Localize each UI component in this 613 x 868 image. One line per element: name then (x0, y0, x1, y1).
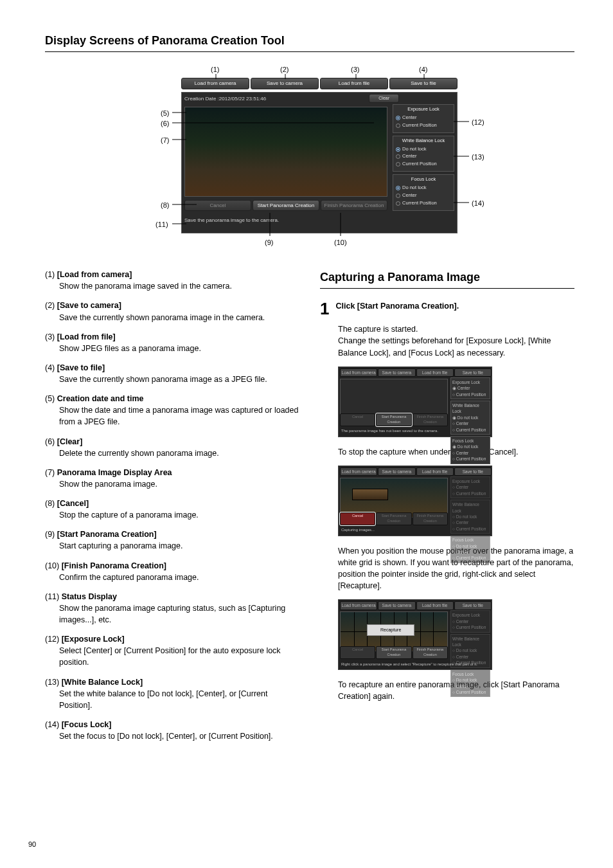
focus-current-radio[interactable] (396, 201, 400, 206)
item-body: Show the panorama image. (45, 478, 299, 490)
mini-save-file: Save to file (454, 368, 492, 377)
item-head: (4) [Save to file] (45, 362, 299, 374)
item-head: (12) [Exposure Lock] (45, 633, 299, 645)
load-from-file-button[interactable]: Load from file (320, 78, 388, 89)
item-head: (7) Panorama Image Display Area (45, 467, 299, 478)
item-body: Save the currently shown panorama image … (45, 312, 299, 323)
wb-current-radio[interactable] (396, 162, 400, 167)
description-item: (5) Creation date and timeShow the date … (45, 393, 299, 428)
cancel-button[interactable]: Cancel (184, 200, 251, 212)
mini-load-camera: Load from camera (340, 368, 377, 377)
item-head: (13) [White Balance Lock] (45, 676, 299, 688)
item-body: Show the panorama image saved in the cam… (45, 280, 299, 292)
panorama-tool-window: Creation Date :2012/05/22 23:51:46 Clear… (181, 92, 458, 233)
opt-label: Current Position (402, 161, 437, 168)
description-item: (14) [Focus Lock]Set the focus to [Do no… (45, 719, 299, 742)
exposure-current-radio[interactable] (396, 123, 400, 128)
item-body: Show the date and time a panorama image … (45, 404, 299, 428)
description-item: (1) [Load from camera]Show the panorama … (45, 269, 299, 292)
item-head: (1) [Load from camera] (45, 269, 299, 280)
item-body: Select [Center] or [Current Position] fo… (45, 645, 299, 668)
item-body: Set the white balance to [Do not lock], … (45, 688, 299, 711)
opt-label: Do not lock (402, 146, 427, 153)
opt-label: Current Position (402, 200, 437, 207)
section-heading: Display Screens of Panorama Creation Too… (45, 32, 574, 52)
callout-6: (6) (161, 119, 169, 129)
item-body: Stop the capture of a panorama image. (45, 509, 299, 521)
description-item: (9) [Start Panorama Creation]Start captu… (45, 529, 299, 552)
description-item: (13) [White Balance Lock]Set the white b… (45, 676, 299, 711)
callout-3: (3) (351, 65, 359, 75)
exposure-lock-heading: Exposure Lock (396, 106, 451, 113)
item-head: (5) Creation date and time (45, 393, 299, 404)
exposure-center-radio[interactable] (396, 116, 400, 120)
save-to-camera-button[interactable]: Save to camera (251, 78, 319, 89)
callout-5: (5) (161, 109, 169, 119)
description-item: (12) [Exposure Lock]Select [Center] or [… (45, 633, 299, 668)
capturing-heading: Capturing a Panorama Image (320, 269, 574, 289)
description-item: (4) [Save to file]Save the currently sho… (45, 362, 299, 385)
wb-center-radio[interactable] (396, 154, 400, 159)
creation-date-label: Creation Date :2012/05/22 23:51:46 (184, 95, 266, 103)
save-to-file-button[interactable]: Save to file (389, 78, 458, 89)
callout-2: (2) (280, 65, 289, 75)
opt-label: Do not lock (402, 185, 427, 192)
item-body: Save the currently shown panorama image … (45, 374, 299, 385)
opt-label: Center (402, 114, 417, 122)
focus-lock-heading: Focus Lock (396, 176, 451, 183)
start-panorama-button[interactable]: Start Panorama Creation (253, 200, 319, 212)
white-balance-lock-group: White Balance Lock Do not lock Center Cu… (393, 136, 454, 172)
description-item: (2) [Save to camera]Save the currently s… (45, 300, 299, 323)
item-head: (9) [Start Panorama Creation] (45, 529, 299, 540)
item-body: Set the focus to [Do not lock], [Center]… (45, 730, 299, 742)
item-body: Start capturing a panorama image. (45, 540, 299, 552)
item-body: Confirm the captured panorama image. (45, 572, 299, 583)
panorama-image-display (184, 107, 387, 197)
load-from-camera-button[interactable]: Load from camera (181, 78, 249, 89)
callout-1: (1) (211, 65, 219, 75)
wb-nolock-radio[interactable] (396, 147, 400, 152)
callout-10: (10) (334, 238, 347, 248)
focus-center-radio[interactable] (396, 194, 400, 198)
main-diagram: Load from camera Save to camera Load fro… (45, 68, 574, 251)
clear-button[interactable]: Clear (369, 94, 399, 103)
callout-8: (8) (161, 201, 169, 211)
right-column: Capturing a Panorama Image 1 Click [Star… (320, 269, 574, 710)
mini-save-camera: Save to camera (378, 368, 415, 377)
item-head: (8) [Cancel] (45, 498, 299, 509)
description-item: (7) Panorama Image Display AreaShow the … (45, 467, 299, 490)
focus-nolock-radio[interactable] (396, 186, 400, 190)
opt-label: Center (402, 192, 417, 199)
item-head: (3) [Load from file] (45, 331, 299, 343)
description-item: (8) [Cancel]Stop the capture of a panora… (45, 498, 299, 521)
description-item: (6) [Clear]Delete the currently shown pa… (45, 436, 299, 459)
left-column: (1) [Load from camera]Show the panorama … (45, 269, 299, 750)
callout-11: (11) (155, 220, 168, 230)
item-head: (2) [Save to camera] (45, 300, 299, 311)
description-item: (10) [Finish Panorama Creation]Confirm t… (45, 560, 299, 583)
callout-12: (12) (472, 118, 484, 128)
description-item: (11) Status DisplayShow the panorama ima… (45, 591, 299, 626)
exposure-lock-group: Exposure Lock Center Current Position (393, 104, 454, 133)
step-text: Click [Start Panorama Creation]. (335, 300, 574, 312)
item-body: Delete the currently shown panorama imag… (45, 448, 299, 459)
mini-screenshot-1: Load from camera Save to camera Load fro… (338, 366, 492, 437)
callout-4: (4) (419, 65, 427, 75)
item-head: (10) [Finish Panorama Creation] (45, 560, 299, 572)
opt-label: Center (402, 153, 417, 160)
finish-panorama-button[interactable]: Finish Panorama Creation (321, 200, 387, 212)
callout-14: (14) (472, 199, 484, 209)
wb-lock-heading: White Balance Lock (396, 138, 451, 145)
callout-7: (7) (161, 136, 169, 146)
para: The capture is started.Change the settin… (338, 323, 574, 358)
item-body: Show the panorama image capturing status… (45, 602, 299, 626)
description-item: (3) [Load from file]Show JPEG files as a… (45, 331, 299, 354)
step-number: 1 (320, 300, 329, 317)
item-body: Show JPEG files as a panorama image. (45, 343, 299, 354)
callout-9: (9) (265, 238, 273, 248)
item-head: (11) Status Display (45, 591, 299, 602)
status-display: Save the panorama image to the camera. (184, 217, 279, 224)
mini-screenshot-2: Load from camera Save to camera Load fro… (338, 466, 492, 536)
recapture-menu-item[interactable]: Recapture (367, 624, 414, 636)
opt-label: Current Position (402, 122, 437, 129)
